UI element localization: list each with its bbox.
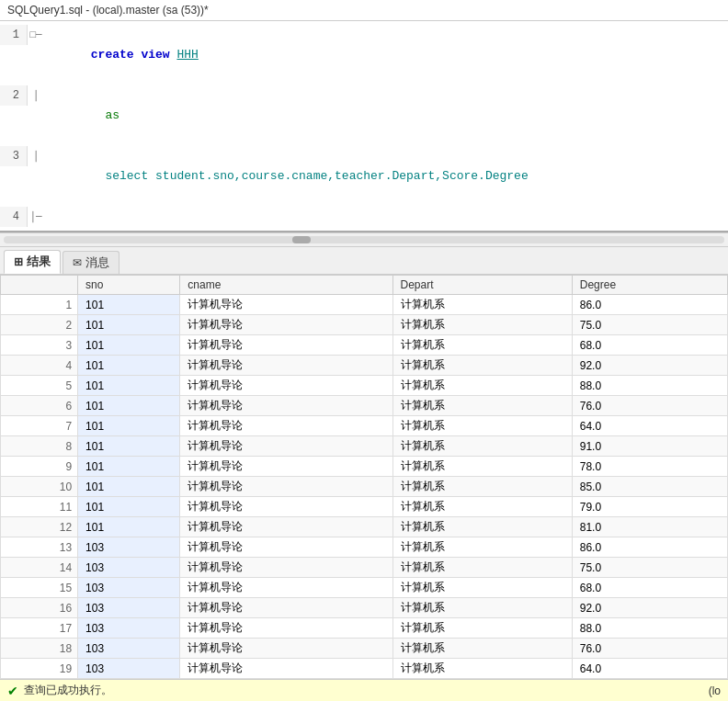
table-row: 16103计算机导论计算机系92.0 — [1, 598, 728, 618]
row-number: 3 — [1, 335, 78, 356]
table-row: 17103计算机导论计算机系88.0 — [1, 618, 728, 639]
cell-cname: 计算机导论 — [180, 598, 392, 618]
row-number: 16 — [1, 598, 78, 618]
row-number: 2 — [1, 315, 78, 335]
cell-degree: 86.0 — [572, 537, 727, 558]
cell-degree: 64.0 — [572, 659, 727, 679]
cell-cname: 计算机导论 — [180, 315, 392, 335]
tab-results[interactable]: ⊞ 结果 — [4, 250, 61, 274]
cell-cname: 计算机导论 — [180, 335, 392, 356]
cell-sno: 101 — [78, 416, 180, 436]
tab-messages[interactable]: ✉ 消息 — [63, 251, 119, 274]
cell-cname: 计算机导论 — [180, 497, 392, 517]
cell-degree: 88.0 — [572, 618, 727, 639]
cell-degree: 76.0 — [572, 396, 727, 416]
cell-cname: 计算机导论 — [180, 477, 392, 497]
row-number: 9 — [1, 457, 78, 477]
table-row: 12101计算机导论计算机系81.0 — [1, 517, 728, 537]
cell-depart: 计算机系 — [392, 416, 572, 436]
line-icon-2: │ — [28, 85, 44, 106]
window-title: SQLQuery1.sql - (local).master (sa (53))… — [7, 4, 209, 17]
table-row: 3101计算机导论计算机系68.0 — [1, 335, 728, 356]
line-icon-1: □─ — [28, 25, 44, 45]
col-header-degree: Degree — [572, 276, 727, 295]
table-row: 8101计算机导论计算机系91.0 — [1, 436, 728, 457]
cell-depart: 计算机系 — [392, 457, 572, 477]
table-row: 7101计算机导论计算机系64.0 — [1, 416, 728, 436]
messages-tab-icon: ✉ — [73, 256, 82, 269]
cell-degree: 81.0 — [572, 517, 727, 537]
cell-cname: 计算机导论 — [180, 295, 392, 315]
cell-depart: 计算机系 — [392, 315, 572, 335]
row-number: 4 — [1, 356, 78, 376]
tab-results-label: 结果 — [27, 254, 51, 270]
cell-sno: 103 — [78, 618, 180, 639]
table-row: 14103计算机导论计算机系75.0 — [1, 558, 728, 578]
row-number: 19 — [1, 659, 78, 679]
results-table: sno cname Depart Degree 1101计算机导论计算机系86.… — [0, 275, 728, 697]
col-header-rownum — [1, 276, 78, 295]
line-number-3: 3 — [0, 146, 28, 166]
scroll-track[interactable] — [4, 236, 724, 243]
cell-cname: 计算机导论 — [180, 436, 392, 457]
line-content-4[interactable]: from student,Course,teacher,Score — [44, 207, 342, 232]
scroll-thumb[interactable] — [292, 236, 311, 243]
cell-cname: 计算机导论 — [180, 639, 392, 659]
cell-sno: 103 — [78, 639, 180, 659]
cell-degree: 64.0 — [572, 416, 727, 436]
cell-cname: 计算机导论 — [180, 517, 392, 537]
line-number-1: 1 — [0, 25, 28, 45]
cell-depart: 计算机系 — [392, 558, 572, 578]
results-tab-icon: ⊞ — [14, 255, 23, 268]
col-header-depart: Depart — [392, 276, 572, 295]
cell-depart: 计算机系 — [392, 396, 572, 416]
title-bar: SQLQuery1.sql - (local).master (sa (53))… — [0, 0, 728, 21]
tabs-bar: ⊞ 结果 ✉ 消息 — [0, 247, 728, 275]
horizontal-scrollbar[interactable] — [0, 232, 728, 247]
cell-degree: 91.0 — [572, 436, 727, 457]
cell-cname: 计算机导论 — [180, 558, 392, 578]
row-number: 17 — [1, 618, 78, 639]
cell-depart: 计算机系 — [392, 436, 572, 457]
editor-area: 1 □─ create view HHH 2 │ as 3 │ select s… — [0, 21, 728, 232]
table-row: 2101计算机导论计算机系75.0 — [1, 315, 728, 335]
cell-cname: 计算机导论 — [180, 457, 392, 477]
line-icon-3: │ — [28, 146, 44, 166]
col-header-cname: cname — [180, 276, 392, 295]
cell-depart: 计算机系 — [392, 497, 572, 517]
cell-degree: 92.0 — [572, 356, 727, 376]
table-row: 5101计算机导论计算机系88.0 — [1, 376, 728, 396]
row-number: 11 — [1, 497, 78, 517]
cell-degree: 68.0 — [572, 578, 727, 598]
row-number: 6 — [1, 396, 78, 416]
line-content-3[interactable]: select student.sno,course.cname,teacher.… — [44, 146, 529, 207]
row-number: 10 — [1, 477, 78, 497]
cell-sno: 101 — [78, 436, 180, 457]
table-row: 11101计算机导论计算机系79.0 — [1, 497, 728, 517]
line-content-2[interactable]: as — [44, 85, 119, 146]
row-number: 1 — [1, 295, 78, 315]
table-row: 19103计算机导论计算机系64.0 — [1, 659, 728, 679]
tab-messages-label: 消息 — [85, 254, 109, 271]
cell-depart: 计算机系 — [392, 618, 572, 639]
cell-depart: 计算机系 — [392, 376, 572, 396]
cell-sno: 103 — [78, 598, 180, 618]
line-content-1[interactable]: create view HHH — [44, 25, 199, 85]
cell-sno: 101 — [78, 356, 180, 376]
cell-sno: 101 — [78, 477, 180, 497]
cell-degree: 68.0 — [572, 335, 727, 356]
table-row: 1101计算机导论计算机系86.0 — [1, 295, 728, 315]
cell-depart: 计算机系 — [392, 639, 572, 659]
cell-depart: 计算机系 — [392, 335, 572, 356]
row-number: 12 — [1, 517, 78, 537]
cell-sno: 103 — [78, 537, 180, 558]
row-number: 18 — [1, 639, 78, 659]
cell-degree: 75.0 — [572, 315, 727, 335]
results-area[interactable]: sno cname Depart Degree 1101计算机导论计算机系86.… — [0, 275, 728, 697]
cell-cname: 计算机导论 — [180, 356, 392, 376]
cell-sno: 101 — [78, 517, 180, 537]
code-line-1: 1 □─ create view HHH — [0, 25, 728, 85]
cell-degree: 75.0 — [572, 558, 727, 578]
cell-cname: 计算机导论 — [180, 659, 392, 679]
cell-sno: 103 — [78, 578, 180, 598]
